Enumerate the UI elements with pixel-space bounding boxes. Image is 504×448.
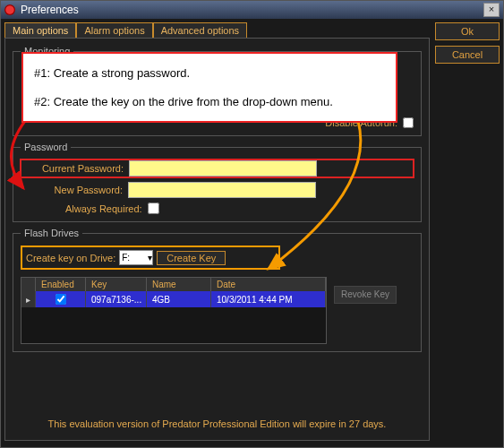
create-key-label: Create key on Drive: xyxy=(26,253,115,263)
always-required-checkbox[interactable] xyxy=(148,202,159,214)
instruction-2: #2: Create the key on the drive from the… xyxy=(34,95,385,109)
row-key: 097a7136-... xyxy=(86,291,147,307)
chevron-down-icon: ▾ xyxy=(148,253,152,263)
col-key: Key xyxy=(86,278,147,291)
drive-value: F: xyxy=(122,253,130,263)
key-table: Enabled Key Name Date ▸ 097a7136-... 4GB xyxy=(21,277,327,344)
row-marker-icon: ▸ xyxy=(21,291,36,307)
row-enabled-checkbox[interactable] xyxy=(56,294,66,305)
row-date: 10/3/2011 4:44 PM xyxy=(211,291,326,307)
col-name: Name xyxy=(147,278,211,291)
create-key-button[interactable]: Create Key xyxy=(157,251,226,265)
revoke-key-button[interactable]: Revoke Key xyxy=(334,286,397,304)
new-password-label: New Password: xyxy=(21,185,128,195)
new-password-input[interactable] xyxy=(128,182,316,198)
col-date: Date xyxy=(211,278,326,291)
tab-advanced[interactable]: Advanced options xyxy=(153,22,247,38)
flash-drives-group: Flash Drives Create key on Drive: F: ▾ C… xyxy=(13,228,422,352)
ok-button[interactable]: Ok xyxy=(435,22,500,40)
flash-drives-legend: Flash Drives xyxy=(21,228,82,238)
tabs: Main options Alarm options Advanced opti… xyxy=(4,22,430,38)
current-password-label: Current Password: xyxy=(21,163,129,174)
titlebar: Preferences × xyxy=(1,1,503,19)
instruction-1: #1: Create a strong password. xyxy=(34,66,385,81)
tab-main[interactable]: Main options xyxy=(4,22,76,38)
password-group: Password Current Password: New Password:… xyxy=(13,142,422,222)
window-title: Preferences xyxy=(21,4,79,16)
disable-autorun-checkbox[interactable] xyxy=(403,117,414,128)
col-enabled: Enabled xyxy=(36,278,86,291)
footer-text: This evaluation version of Predator Prof… xyxy=(13,408,422,433)
tab-alarm[interactable]: Alarm options xyxy=(76,22,152,38)
password-legend: Password xyxy=(21,142,71,152)
table-row[interactable]: ▸ 097a7136-... 4GB 10/3/2011 4:44 PM xyxy=(21,291,326,307)
cancel-button[interactable]: Cancel xyxy=(435,46,500,64)
instruction-callout: #1: Create a strong password. #2: Create… xyxy=(21,52,397,123)
col-marker xyxy=(21,278,36,291)
current-password-input[interactable] xyxy=(129,160,317,177)
app-icon xyxy=(4,4,15,15)
drive-select[interactable]: F: ▾ xyxy=(119,250,153,265)
close-icon[interactable]: × xyxy=(483,3,500,17)
row-name: 4GB xyxy=(147,291,211,307)
always-required-label: Always Required: xyxy=(65,203,142,214)
